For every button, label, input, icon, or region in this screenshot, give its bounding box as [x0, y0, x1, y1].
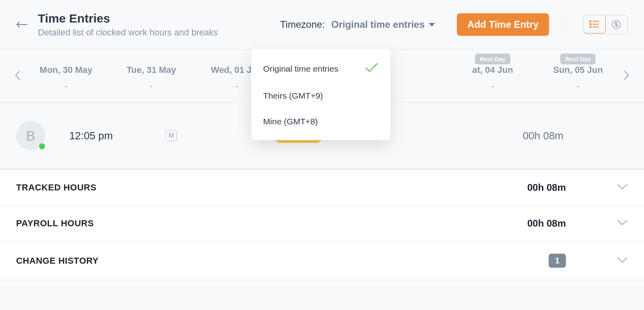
timezone-option-original[interactable]: Original time entries [251, 54, 390, 83]
day-tab-mon[interactable]: Mon, 30 May - [23, 50, 109, 102]
status-online-dot [39, 143, 45, 149]
timezone-group: Timezone: Original time entries Original… [280, 19, 435, 30]
day-tab-sun[interactable]: Rest Day Sun, 05 Jun - [535, 50, 621, 102]
day-tab-sat[interactable]: Rest Day at, 04 Jun - [450, 50, 535, 102]
page-subtitle: Detailed list of clocked work hours and … [38, 27, 218, 38]
timezone-option-label: Mine (GMT+8) [263, 117, 318, 126]
day-value: - [539, 82, 617, 91]
day-label: Mon, 30 May [27, 65, 105, 75]
next-week-button[interactable] [621, 62, 632, 91]
day-value: - [453, 82, 532, 91]
previous-week-button[interactable] [12, 62, 23, 91]
chevron-down-icon [617, 257, 628, 265]
day-label: Tue, 31 May [112, 65, 191, 75]
page-title: Time Entries [38, 11, 218, 26]
svg-point-1 [590, 21, 591, 22]
day-value: - [27, 82, 105, 91]
day-label: Sun, 05 Jun [539, 65, 617, 75]
timezone-option-mine[interactable]: Mine (GMT+8) [251, 109, 390, 134]
payroll-hours-section[interactable]: PAYROLL HOURS 00h 08m [0, 205, 644, 241]
timezone-selected-value: Original time entries [331, 19, 425, 30]
section-title: CHANGE HISTORY [16, 256, 99, 266]
section-title: TRACKED HOURS [16, 182, 97, 193]
rest-day-badge: Rest Day [475, 54, 510, 64]
view-mode-toggle [583, 15, 628, 34]
day-tab-tue[interactable]: Tue, 31 May - [109, 50, 194, 102]
add-time-entry-button[interactable]: Add Time Entry [457, 13, 549, 36]
title-block: Time Entries Detailed list of clocked wo… [38, 11, 218, 38]
vertical-divider [566, 16, 566, 33]
chevron-down-icon [617, 219, 628, 227]
day-value: - [112, 82, 191, 91]
day-label: at, 04 Jun [453, 65, 532, 75]
avatar-wrap: B [16, 121, 45, 150]
back-arrow-icon[interactable] [16, 21, 28, 29]
tracked-hours-section[interactable]: TRACKED HOURS 00h 08m [0, 169, 644, 205]
chevron-down-icon [617, 184, 628, 192]
svg-point-3 [590, 23, 591, 25]
section-value: 00h 08m [527, 218, 566, 229]
entry-duration: 00h 08m [523, 130, 564, 142]
change-history-section[interactable]: CHANGE HISTORY 1 [0, 241, 644, 280]
svg-point-5 [590, 26, 591, 27]
timezone-dropdown: Original time entries Theirs (GMT+9) Min… [251, 49, 390, 140]
check-icon [365, 62, 378, 75]
chevron-down-icon [429, 23, 435, 27]
entry-start-time: 12:05 pm [69, 130, 142, 142]
page-header: Time Entries Detailed list of clocked wo… [0, 0, 644, 49]
timezone-option-theirs[interactable]: Theirs (GMT+9) [251, 83, 390, 109]
timezone-label: Timezone: [280, 19, 325, 30]
cost-view-toggle[interactable] [605, 15, 627, 34]
section-value: 00h 08m [527, 182, 566, 193]
section-title: PAYROLL HOURS [16, 218, 94, 229]
list-view-toggle[interactable] [583, 15, 606, 33]
timezone-select[interactable]: Original time entries [331, 19, 435, 30]
timezone-option-label: Original time entries [263, 64, 339, 74]
rest-day-badge: Rest Day [560, 54, 596, 64]
manual-entry-chip: M [166, 130, 177, 141]
change-count-badge: 1 [549, 254, 566, 268]
timezone-option-label: Theirs (GMT+9) [263, 91, 323, 101]
